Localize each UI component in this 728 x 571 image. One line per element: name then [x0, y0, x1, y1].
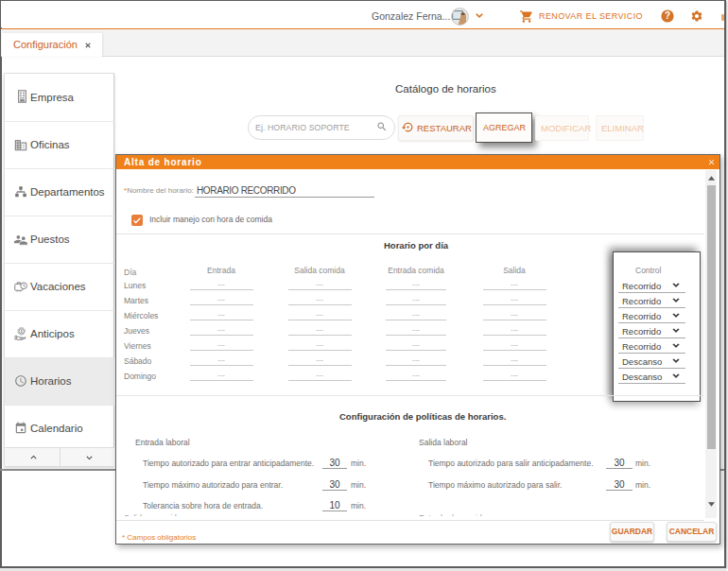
svg-text:?: ?	[665, 10, 670, 21]
